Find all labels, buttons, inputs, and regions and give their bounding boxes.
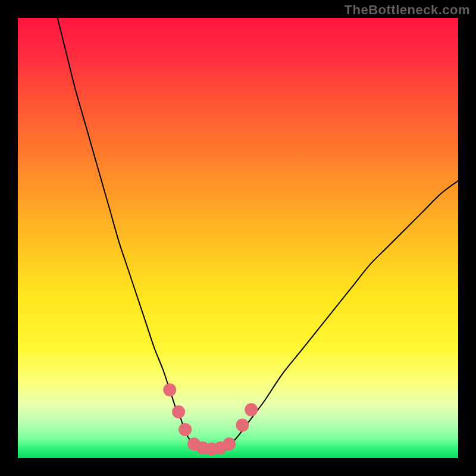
valley-marker: [245, 403, 258, 416]
valley-marker: [178, 423, 192, 436]
chart-root: TheBottleneck.com: [0, 0, 476, 476]
valley-marker: [223, 437, 236, 450]
valley-marker: [236, 419, 249, 432]
chart-canvas: [0, 0, 476, 476]
plot-background: [18, 18, 458, 458]
valley-marker: [163, 383, 176, 396]
valley-marker: [172, 405, 185, 418]
watermark-text: TheBottleneck.com: [345, 2, 470, 18]
